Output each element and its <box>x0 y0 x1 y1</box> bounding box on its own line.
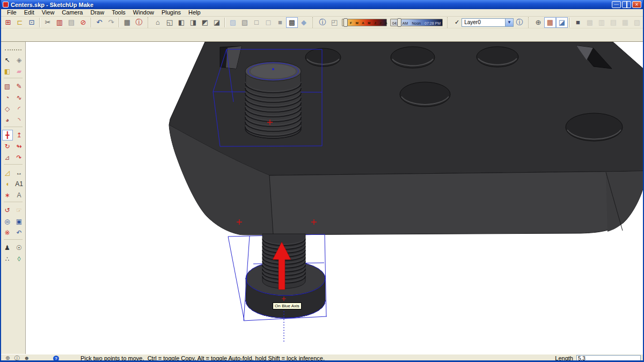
copy-button[interactable]: ▥ <box>54 17 65 28</box>
undo-button[interactable]: ↶ <box>93 17 105 28</box>
position-camera-button[interactable]: ♟ <box>2 242 13 253</box>
push-pull-button[interactable]: ↥ <box>14 130 25 141</box>
wireframe-style-button[interactable]: □ <box>251 17 262 28</box>
preview-in-earth-button[interactable]: ■ <box>572 17 584 28</box>
scale-button[interactable]: ⊿ <box>2 152 13 163</box>
palette-grip[interactable] <box>5 49 21 51</box>
layer-dropdown[interactable]: Layer0 ▼ <box>462 18 514 27</box>
menu-camera[interactable]: Camera <box>58 9 86 16</box>
menu-view[interactable]: View <box>38 9 58 16</box>
right-view-button[interactable]: ◨ <box>187 17 199 28</box>
make-component-button[interactable]: ◈ <box>14 55 25 65</box>
follow-me-button[interactable]: ↬ <box>14 141 25 152</box>
open-button[interactable]: ⊏ <box>14 17 26 28</box>
paste-button[interactable]: ▤ <box>65 17 77 28</box>
shaded-style-icon: ■ <box>278 19 282 26</box>
polygon-button[interactable]: ◇ <box>2 104 13 114</box>
rectangle-button[interactable]: ▧ <box>2 81 13 92</box>
upper-bolt[interactable] <box>245 62 301 138</box>
zoom-extents-button[interactable]: ※ <box>2 227 13 238</box>
print-button[interactable]: ▦ <box>121 17 133 28</box>
status-hint: Pick two points to move. Ctrl = toggle C… <box>80 355 325 361</box>
menu-edit[interactable]: Edit <box>20 9 38 16</box>
sign-in-icon[interactable]: ☻ <box>24 356 30 361</box>
top-view-button[interactable]: ◱ <box>164 17 175 28</box>
freehand-button[interactable]: ∿ <box>14 92 25 103</box>
palette-separator <box>4 78 23 80</box>
monochrome-style-button[interactable]: ◆ <box>298 17 310 28</box>
shaded-textures-style-button[interactable]: ▩ <box>286 17 298 28</box>
line-icon: ✎ <box>16 83 21 90</box>
zoom-button[interactable]: ◎ <box>2 216 13 227</box>
select-tool-button[interactable]: ↖ <box>2 55 13 65</box>
line-button[interactable]: ✎ <box>14 81 25 92</box>
shaded-style-button[interactable]: ■ <box>274 17 286 28</box>
cut-button[interactable]: ✂ <box>42 17 54 28</box>
model-info-button[interactable]: ⓘ <box>133 17 145 28</box>
add-location-button[interactable]: ⊕ <box>532 17 544 28</box>
axes-button[interactable]: ∗ <box>2 190 13 201</box>
circle-button[interactable]: ◔ <box>2 92 13 103</box>
close-button[interactable]: × <box>632 1 641 8</box>
help-icon[interactable]: ? <box>53 356 59 361</box>
restore-button[interactable] <box>622 1 631 8</box>
arc-button[interactable]: ◜ <box>14 104 25 114</box>
xray-style-icon: ▨ <box>230 19 236 26</box>
pan-button[interactable]: ☞ <box>14 205 25 216</box>
shadow-date-thumb[interactable] <box>343 18 348 27</box>
follow-me-icon: ↬ <box>16 143 21 150</box>
menu-window[interactable]: Window <box>129 9 158 16</box>
look-around-button[interactable]: ☉ <box>14 242 25 253</box>
toggle-terrain-button[interactable]: ▦ <box>544 17 556 28</box>
menu-plugins[interactable]: Plugins <box>158 9 185 16</box>
dimension-button[interactable]: ↔ <box>14 167 25 178</box>
zoom-window-button[interactable]: ▣ <box>14 216 25 227</box>
photo-textures-button[interactable]: ◪ <box>556 17 568 28</box>
menu-file[interactable]: File <box>3 9 20 16</box>
shadow-time-slider[interactable]: 04:37 AM Noon 07:28 PM <box>390 19 443 26</box>
save-icon: ⊡ <box>29 19 35 26</box>
hidden-line-style-button[interactable]: ◻ <box>262 17 274 28</box>
credits-icon[interactable]: ⓘ <box>14 356 19 361</box>
geolocation-icon[interactable]: ⊕ <box>5 356 10 361</box>
shadow-toggle-button[interactable]: ◰ <box>328 17 340 28</box>
arc2-button[interactable]: ◝ <box>14 115 25 125</box>
model-viewport[interactable]: On Blue Axis <box>26 42 643 354</box>
back-view-button[interactable]: ◩ <box>199 17 211 28</box>
save-button[interactable]: ⊡ <box>26 17 38 28</box>
shadow-settings-button[interactable]: ⓘ <box>317 17 328 28</box>
orbit-button[interactable]: ↺ <box>2 205 13 216</box>
layer-dropdown-arrow-icon[interactable]: ▼ <box>505 19 513 26</box>
back-edges-style-button[interactable]: ▧ <box>239 17 251 28</box>
menu-tools[interactable]: Tools <box>108 9 129 16</box>
protractor-button[interactable]: ◖ <box>2 179 13 189</box>
rotate-button[interactable]: ↻ <box>2 141 13 152</box>
walk-button[interactable]: ∴ <box>2 254 13 264</box>
pie-button[interactable]: ◕ <box>2 115 13 125</box>
front-view-button[interactable]: ◧ <box>175 17 187 28</box>
left-view-button[interactable]: ◪ <box>211 17 223 28</box>
new-button[interactable]: ⊞ <box>2 17 14 28</box>
zoom-previous-button[interactable]: ↶ <box>14 227 25 238</box>
paint-bucket-button[interactable]: ◧ <box>2 66 13 77</box>
measurement-input[interactable] <box>576 355 641 362</box>
tape-measure-button[interactable]: ◿ <box>2 167 13 178</box>
xray-style-button[interactable]: ▨ <box>227 17 239 28</box>
menu-draw[interactable]: Draw <box>86 9 108 16</box>
minimize-button[interactable]: — <box>612 1 621 8</box>
erase-button[interactable]: ⊘ <box>77 17 89 28</box>
shadow-date-slider[interactable]: J F M A M J J A S O N D <box>342 19 387 26</box>
text-button[interactable]: A1 <box>14 179 25 189</box>
layer-manager-button[interactable]: ⓘ <box>514 17 525 28</box>
section-plane-button[interactable]: ◊ <box>14 254 25 264</box>
3d-text-button[interactable]: A <box>14 190 25 201</box>
iso-view-button[interactable]: ⌂ <box>152 17 164 28</box>
measurement-label: Length <box>555 355 573 361</box>
layer-visible-check-icon[interactable]: ✓ <box>455 19 459 26</box>
offset-button[interactable]: ↷ <box>14 152 25 163</box>
menu-help[interactable]: Help <box>185 9 204 16</box>
move-button[interactable]: ╋ <box>2 130 13 141</box>
eraser-button[interactable]: ▰ <box>14 66 25 77</box>
redo-button[interactable]: ↷ <box>105 17 117 28</box>
shadow-time-thumb[interactable] <box>397 18 401 27</box>
